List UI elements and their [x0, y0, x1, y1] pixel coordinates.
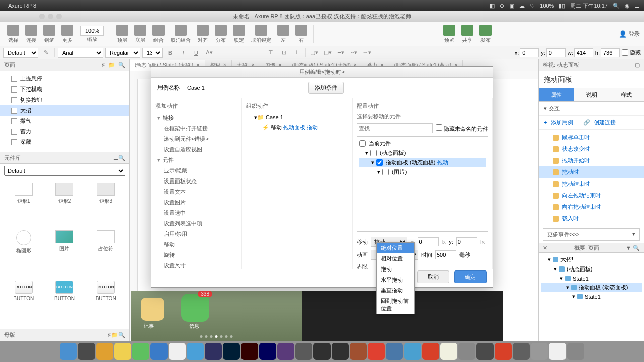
tool-连接[interactable]: 连接: [22, 24, 40, 45]
clear-style-icon[interactable]: ✎: [40, 48, 51, 58]
search-icon[interactable]: 🔍: [118, 332, 125, 338]
event-item[interactable]: 向左拖动结束时: [539, 190, 644, 201]
font-select[interactable]: Arial: [58, 48, 103, 58]
menu-icon[interactable]: ☁: [519, 3, 525, 9]
dock-app-icon[interactable]: [205, 343, 222, 360]
dock-app-icon[interactable]: [313, 343, 331, 360]
dock-app-icon[interactable]: [513, 343, 530, 360]
hide-unnamed-checkbox[interactable]: [436, 124, 442, 131]
widget-item[interactable]: 图片: [45, 230, 85, 278]
ok-button[interactable]: 确定: [454, 270, 487, 283]
dropdown-option[interactable]: 相对位置: [377, 253, 414, 264]
menu-icon[interactable]: ☰: [113, 155, 118, 161]
arrow-icon[interactable]: →▾: [361, 48, 372, 58]
weight-select[interactable]: Regular: [105, 48, 140, 58]
underline-icon[interactable]: U: [191, 48, 202, 58]
tool-对齐[interactable]: 对齐: [194, 24, 212, 45]
outline-node[interactable]: ▾(动态面板): [541, 264, 642, 274]
close-icon[interactable]: ✕: [543, 245, 547, 251]
element-row[interactable]: ▾(图片): [359, 167, 486, 177]
inspector-tab[interactable]: 说明: [574, 88, 609, 101]
align-right-icon[interactable]: ≡: [248, 48, 259, 58]
widget-item[interactable]: 占位符: [86, 230, 125, 278]
tool-共享[interactable]: 共享: [458, 24, 476, 45]
action-item[interactable]: 设置文本: [155, 187, 237, 197]
tool-更多[interactable]: 更多: [58, 24, 76, 45]
dock-app-icon[interactable]: [223, 343, 240, 360]
action-item[interactable]: 显示/隐藏: [155, 165, 237, 176]
y-input[interactable]: [546, 48, 566, 57]
action-item[interactable]: 旋转: [155, 250, 237, 260]
search-icon[interactable]: 🔍: [118, 155, 125, 161]
add-folder-icon[interactable]: 📁: [108, 62, 115, 68]
tool-锁定[interactable]: 锁定: [230, 24, 248, 45]
italic-icon[interactable]: I: [178, 48, 189, 58]
element-row[interactable]: ▾拖动面板 (动态面板) 拖动: [359, 158, 486, 167]
siri-icon[interactable]: ◉: [625, 3, 630, 9]
menu-icon[interactable]: ♡: [530, 3, 535, 9]
widget-item[interactable]: 矩形1: [4, 183, 43, 228]
action-item[interactable]: 滚动到元件<错误>: [155, 134, 237, 144]
dock-app-icon[interactable]: [476, 343, 494, 360]
dock-app-icon[interactable]: [277, 343, 294, 360]
inspector-tab[interactable]: 属性: [539, 88, 574, 101]
add-icon[interactable]: ⎘: [108, 332, 111, 338]
align-center-icon[interactable]: ≡: [234, 48, 246, 58]
dropdown-option[interactable]: 回到拖动前位置: [377, 296, 414, 314]
widget-item[interactable]: BUTTONBUTTON: [45, 281, 85, 325]
tool-底层[interactable]: 底层: [131, 24, 149, 45]
menu-icon[interactable]: ◧: [490, 3, 495, 9]
traffic-lights[interactable]: [39, 14, 62, 19]
text-color-icon[interactable]: A▾: [204, 48, 215, 58]
event-item[interactable]: 拖动时: [539, 166, 644, 178]
dock-app-icon[interactable]: [114, 343, 131, 360]
widget-item[interactable]: 矩形2: [45, 183, 85, 228]
add-page-icon[interactable]: ⎘: [102, 62, 105, 68]
tool-取消锁定[interactable]: 取消锁定: [248, 24, 274, 45]
time-input[interactable]: [435, 250, 456, 259]
dropdown-option[interactable]: 水平拖动: [377, 275, 414, 285]
dock-app-icon[interactable]: [96, 343, 113, 360]
event-item[interactable]: 拖动开始时: [539, 155, 644, 166]
menu-icon[interactable]: ⊙: [500, 3, 504, 9]
dock-app-icon[interactable]: [295, 343, 312, 360]
event-item[interactable]: 拖动结束时: [539, 178, 644, 190]
dock-app-icon[interactable]: [259, 343, 276, 360]
fill-color-icon[interactable]: ▢▾: [309, 48, 320, 58]
tool-取消组合[interactable]: 取消组合: [168, 24, 194, 45]
page-item[interactable]: 大招!: [0, 105, 129, 116]
expand-icon[interactable]: ▢: [635, 62, 640, 68]
menu-icon[interactable]: ☰: [635, 3, 640, 9]
tool-发布[interactable]: 发布: [476, 24, 495, 45]
event-item[interactable]: 鼠标单击时: [539, 132, 644, 143]
align-left-icon[interactable]: ≡: [221, 48, 232, 58]
dropdown-option[interactable]: 绝对位置: [377, 243, 414, 253]
page-item[interactable]: 撒气: [0, 116, 129, 126]
dock-app-icon[interactable]: [549, 343, 566, 360]
page-item[interactable]: 下拉模糊: [0, 84, 129, 95]
dock-app-icon[interactable]: [495, 343, 512, 360]
chevron-down-icon[interactable]: ▾: [544, 105, 547, 112]
tool-右[interactable]: 右: [292, 24, 310, 45]
h-input[interactable]: [601, 48, 620, 57]
event-item[interactable]: 向右拖动结束时: [539, 201, 644, 213]
login-button[interactable]: 👤 登录: [619, 30, 640, 38]
bold-icon[interactable]: B: [165, 48, 176, 58]
dropdown-option[interactable]: 拖动: [377, 264, 414, 275]
dock-app-icon[interactable]: [458, 343, 475, 360]
dock-app-icon[interactable]: [386, 343, 403, 360]
dock-app-icon[interactable]: [60, 343, 77, 360]
inspector-tab[interactable]: 样式: [609, 88, 644, 101]
tool-选择[interactable]: 选择: [4, 24, 22, 45]
library-select[interactable]: Default: [4, 166, 125, 176]
action-item[interactable]: 设置图片: [155, 197, 237, 208]
dock-app-icon[interactable]: [78, 343, 95, 360]
widget-item[interactable]: 椭圆形: [4, 230, 43, 278]
action-item[interactable]: 设置尺寸: [155, 260, 237, 269]
tool-分布[interactable]: 分布: [212, 24, 230, 45]
outline-node[interactable]: ▾大招!: [541, 255, 642, 264]
widget-item[interactable]: 矩形3: [86, 183, 125, 228]
dock-app-icon[interactable]: [368, 343, 385, 360]
search-icon[interactable]: 🔍: [118, 62, 125, 68]
link-icon[interactable]: 🔗: [583, 119, 590, 125]
